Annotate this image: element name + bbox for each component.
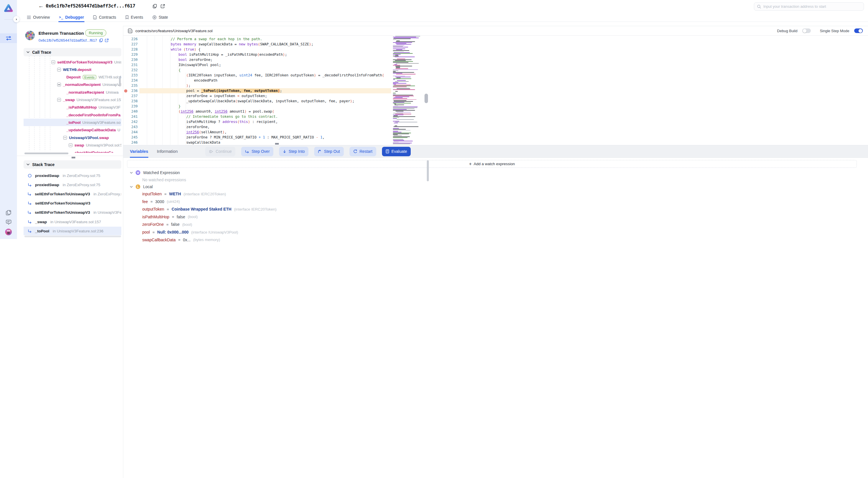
collapse-icon[interactable] (57, 83, 61, 87)
tab-events[interactable]: Events (125, 13, 143, 22)
line-number[interactable]: 245 (123, 135, 138, 140)
call-trace-vscrollbar[interactable] (119, 76, 121, 87)
call-trace-row[interactable]: checkNotDelegateCa (24, 149, 121, 153)
collapse-icon[interactable] (63, 136, 67, 139)
code-line[interactable]: 235); (123, 83, 434, 88)
transaction-address-link[interactable]: 0x6c1fb7ef5265447d1baff3cf...f617 (38, 38, 108, 42)
variable-row[interactable]: isPathMultiHop=false(bool) (142, 214, 198, 220)
step-into-button[interactable]: Step Into (279, 147, 308, 156)
line-number[interactable]: 240 (123, 109, 138, 114)
call-trace-row[interactable]: swapUniswapV3Pool.sol:5 (24, 141, 121, 149)
code-minimap[interactable] (392, 36, 422, 145)
line-number[interactable]: 230 (123, 57, 138, 62)
restart-button[interactable]: Restart (349, 147, 376, 156)
stack-trace-scrollbar[interactable] (25, 235, 121, 237)
tab-information[interactable]: Information (157, 145, 178, 158)
continue-button[interactable]: Continue (205, 147, 236, 156)
tab-contracts[interactable]: Contracts (93, 13, 116, 22)
rail-docs-button[interactable] (0, 210, 17, 216)
stack-trace-row[interactable]: sellEthForTokenToUniswapV3 (24, 199, 121, 208)
line-number[interactable]: 238 (123, 98, 138, 104)
line-number[interactable]: 233 (123, 73, 138, 78)
line-number[interactable]: 246 (123, 140, 138, 145)
collapse-icon[interactable] (52, 60, 55, 64)
code-line[interactable]: 227bytes memory swapCallbackData = new b… (123, 42, 434, 47)
variables-vscrollbar[interactable] (427, 160, 429, 181)
code-line[interactable]: 241// Intermediate tokens go to this con… (123, 114, 434, 119)
code-line[interactable]: 230bool zeroForOne; (123, 57, 434, 62)
resize-handle[interactable] (71, 157, 75, 158)
line-number[interactable]: 242 (123, 119, 138, 124)
code-line[interactable]: 231IUniswapV3Pool pool; (123, 62, 434, 67)
back-button[interactable]: ← (38, 3, 44, 9)
code-line[interactable]: 244int256(sellAmount), (123, 130, 434, 135)
section-local[interactable]: LLocal (130, 184, 153, 190)
rail-item-transactions[interactable] (0, 33, 17, 43)
code-line[interactable]: 232{ (123, 67, 434, 73)
call-trace-row[interactable]: _decodeFirstPoolInfoFromPa (24, 111, 121, 119)
breakpoint-dot[interactable] (124, 89, 127, 93)
call-trace-row[interactable]: _isPathMultiHopUniswapV3F (24, 104, 121, 111)
code-line[interactable]: 226// Perform a swap for each hop in the… (123, 36, 434, 42)
variable-row[interactable]: outputToken=Coinbase Wrapped Staked ETH(… (142, 206, 277, 212)
call-trace-row[interactable]: _updateSwapCallbackDataU (24, 126, 121, 134)
line-number[interactable]: 234 (123, 78, 138, 83)
line-number[interactable]: 244 (123, 130, 138, 135)
stack-trace-row[interactable]: proxiedSwapin ZeroExProxy.sol:75 (24, 181, 121, 189)
line-number[interactable]: 231 (123, 62, 138, 67)
stack-trace-header[interactable]: Stack Trace (24, 160, 121, 169)
sidebar-expand-button[interactable]: › (13, 16, 20, 23)
code-line[interactable]: 240(int256 amount0, int256 amount1) = po… (123, 109, 434, 114)
code-line[interactable]: 237zeroForOne = inputToken < outputToken… (123, 93, 434, 98)
rail-feedback-button[interactable] (0, 220, 17, 225)
variable-row[interactable]: zeroForOne=false(bool) (142, 221, 192, 227)
variable-value[interactable]: WETH (169, 192, 181, 196)
call-trace-row[interactable]: _swapUniswapV3Feature.sol:157 (24, 96, 121, 104)
line-number[interactable]: 241 (123, 114, 138, 119)
stack-trace-row[interactable]: _swapin UniswapV3Feature.sol:157 (24, 218, 121, 226)
stack-trace-row[interactable]: _toPoolin UniswapV3Feature.sol:236 (24, 227, 121, 235)
variable-value[interactable]: Null: 0x000...000 (157, 230, 189, 234)
line-number[interactable]: 228 (123, 47, 138, 52)
tab-state[interactable]: State (152, 13, 168, 22)
tab-variables[interactable]: Variables (130, 145, 148, 158)
line-number[interactable]: 237 (123, 93, 138, 98)
variable-row[interactable]: pool=Null: 0x000...000(interface IUniswa… (142, 229, 238, 235)
tab-overview[interactable]: Overview (27, 13, 50, 22)
stack-trace-row[interactable]: proxiedSwapin ZeroExProxy.sol:75 (24, 171, 121, 180)
variable-row[interactable]: inputToken=WETH(interface IERC20Token) (142, 191, 226, 197)
variable-row[interactable]: swapCallbackData=0x...(bytes memory) (142, 237, 220, 239)
collapse-icon[interactable] (57, 98, 61, 102)
collapse-icon[interactable] (69, 144, 72, 147)
line-number[interactable]: 226 (123, 36, 138, 42)
collapse-icon[interactable] (57, 68, 61, 71)
code-line[interactable]: 228while (true) { (123, 47, 434, 52)
variable-row[interactable]: fee=3000(uint24) (142, 198, 180, 205)
tab-debugger[interactable]: >_Debugger (59, 13, 84, 22)
code-vscrollbar[interactable] (425, 94, 428, 103)
code-line[interactable]: 229bool isPathMultiHop = _isPathMultiHop… (123, 52, 434, 57)
line-number[interactable]: 239 (123, 104, 138, 109)
call-trace-row[interactable]: sellEthForTokenToUniswapV3Unis (24, 58, 121, 66)
call-trace-row[interactable]: _toPoolUniswapV3Feature.so (24, 119, 121, 126)
code-line[interactable]: 236pool = _toPool(inputToken, fee, outpu… (123, 88, 434, 93)
call-trace-row[interactable]: WETH9.deposit (24, 66, 121, 73)
code-line[interactable]: 233(IERC20Token inputToken, uint24 fee, … (123, 73, 434, 78)
line-number[interactable]: 235 (123, 83, 138, 88)
line-number[interactable]: 229 (123, 52, 138, 57)
stack-trace-row[interactable]: sellEthForTokenToUniswapV3in ZeroExProxy… (24, 190, 121, 198)
call-trace-header[interactable]: Call Trace (24, 48, 121, 56)
call-trace-row[interactable]: _normalizeRecipientUniswa (24, 89, 121, 96)
transaction-address[interactable]: 0x6c1fb7ef5265447d1baff3cf...f617 (38, 38, 97, 42)
line-number[interactable]: 243 (123, 124, 138, 130)
evaluate-button[interactable]: Evaluate (382, 147, 411, 156)
copy-icon[interactable] (153, 4, 157, 9)
code-line[interactable]: 239} (123, 104, 434, 109)
stack-trace-row[interactable]: sellEthForTokenToUniswapV3in UniswapV3Fe… (24, 208, 121, 217)
step-out-button[interactable]: Step Out (314, 147, 343, 156)
add-watch-expression[interactable]: + Add a watch expression (127, 160, 434, 168)
call-trace-row[interactable]: _normalizeRecipientUniswapV3 (24, 81, 121, 89)
code-line[interactable]: 238_updateSwapCallbackData(swapCallbackD… (123, 98, 434, 104)
call-trace-hscrollbar[interactable] (25, 153, 68, 154)
code-line[interactable]: 234encodedPath (123, 78, 434, 83)
